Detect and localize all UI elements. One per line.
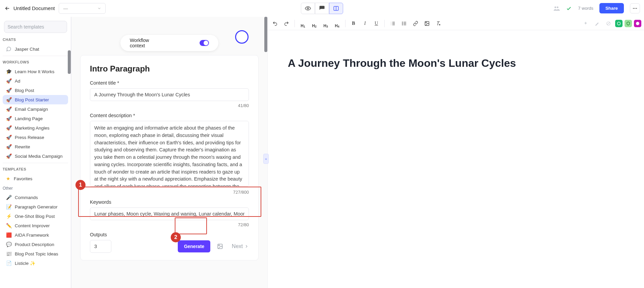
chat-mode-button[interactable]: [315, 3, 329, 14]
content-desc-input[interactable]: [90, 121, 249, 187]
content-title-input[interactable]: [90, 88, 249, 101]
unordered-list-button[interactable]: [399, 19, 409, 28]
h1-button[interactable]: H1: [298, 19, 308, 28]
jasper-chat-item[interactable]: Jasper Chat: [3, 44, 68, 54]
bold-button[interactable]: B: [349, 19, 358, 28]
sidebar-item-label: Product Description: [15, 242, 54, 247]
image-button[interactable]: [422, 19, 432, 28]
seo-chip[interactable]: [634, 20, 641, 27]
rephrase-icon-button[interactable]: [215, 241, 225, 251]
sidebar-item-ad[interactable]: 🚀Ad: [3, 76, 68, 86]
sidebar-scrollbar-thumb[interactable]: [68, 50, 71, 74]
eye-icon: [305, 5, 311, 11]
sidebar-item-blogpost-starter[interactable]: 🚀Blog Post Starter: [3, 95, 68, 104]
h4-button[interactable]: H4: [332, 19, 342, 28]
sidebar-item-favorites[interactable]: ★Favorites: [3, 174, 68, 183]
keywords-input[interactable]: [90, 207, 249, 220]
rocket-icon: 🚀: [6, 116, 11, 121]
document-heading: A Journey Through the Moon's Lunar Cycle…: [288, 57, 624, 69]
templates-section-label: TEMPLATES: [3, 167, 68, 171]
sidebar-item-social[interactable]: 🚀Social Media Campaign: [3, 151, 68, 161]
grammarly-chip[interactable]: [615, 20, 623, 27]
back-icon[interactable]: [4, 5, 11, 12]
sidebar-item-commands[interactable]: 🎤Commands: [3, 193, 68, 202]
panel-collapse-handle[interactable]: «: [263, 154, 269, 164]
search-placeholder: Search templates: [8, 24, 44, 30]
svg-point-24: [636, 22, 639, 25]
panel-scrollbar-thumb[interactable]: [264, 17, 267, 52]
sidebar-item-improver[interactable]: ✏️Content Improver: [3, 221, 68, 230]
svg-point-4: [557, 6, 558, 8]
clear-format-button[interactable]: [434, 19, 443, 28]
sidebar-item-oneshot[interactable]: ⚡One-Shot Blog Post: [3, 211, 68, 221]
preview-mode-button[interactable]: [301, 3, 315, 14]
svg-point-3: [555, 6, 556, 8]
sparkle-icon: [583, 21, 588, 26]
ai-tool-2[interactable]: [592, 19, 602, 28]
sidebar-item-paragraph-gen[interactable]: 📝Paragraph Generator: [3, 202, 68, 211]
ordered-list-button[interactable]: [388, 19, 397, 28]
sidebar-item-topic-ideas[interactable]: 📰Blog Post Topic Ideas: [3, 249, 68, 258]
split-mode-button[interactable]: [329, 3, 343, 14]
language-select[interactable]: —: [59, 3, 106, 14]
share-button[interactable]: Share: [599, 3, 624, 13]
svg-point-5: [633, 8, 634, 9]
sidebar-item-email[interactable]: 🚀Email Campaign: [3, 104, 68, 114]
sidebar-item-label: Blog Post Starter: [15, 97, 49, 102]
sidebar-item-label: Learn How It Works: [15, 69, 54, 74]
step-avatar: [235, 30, 249, 44]
sidebar-item-landing[interactable]: 🚀Landing Page: [3, 114, 68, 123]
ai-tool-1[interactable]: [581, 19, 590, 28]
sidebar-item-label: Social Media Campaign: [15, 154, 63, 159]
check-icon: [617, 21, 621, 26]
h2-button[interactable]: H2: [310, 19, 319, 28]
sidebar-item-marketing[interactable]: 🚀Marketing Angles: [3, 123, 68, 133]
sidebar-item-label: Listicle ✨: [15, 260, 36, 266]
sidebar-item-blogpost[interactable]: 🚀Blog Post: [3, 86, 68, 95]
rocket-icon: 🚀: [6, 135, 11, 140]
sidebar-item-product-desc[interactable]: 💬Product Description: [3, 240, 68, 249]
outputs-input[interactable]: [90, 240, 111, 253]
sidebar-item-label: Jasper Chat: [15, 47, 39, 52]
rocket-icon: 🚀: [6, 153, 11, 159]
redo-button[interactable]: [282, 19, 291, 28]
link-icon: [413, 21, 418, 26]
wand-icon: [595, 21, 599, 26]
underline-button[interactable]: U: [372, 19, 381, 28]
sidebar-item-aida[interactable]: 🟥AIDA Framework: [3, 230, 68, 240]
document-canvas[interactable]: A Journey Through the Moon's Lunar Cycle…: [268, 30, 644, 288]
sidebar-item-rewrite[interactable]: 🚀Rewrite: [3, 142, 68, 151]
more-menu-button[interactable]: [630, 3, 640, 13]
sidebar-item-label: Marketing Angles: [15, 126, 50, 131]
editor-toolbar: H1 H2 H3 H4 B I U: [268, 17, 644, 30]
italic-button[interactable]: I: [360, 19, 370, 28]
sidebar-item-press[interactable]: 🚀Press Release: [3, 133, 68, 142]
undo-button[interactable]: [270, 19, 280, 28]
sidebar-item-label: Content Improver: [15, 223, 50, 228]
plagiarism-chip[interactable]: [625, 20, 632, 27]
ol-icon: [390, 21, 395, 26]
link-button[interactable]: [411, 19, 420, 28]
sidebar-item-label: Landing Page: [15, 116, 43, 121]
generate-button[interactable]: Generate: [178, 240, 210, 252]
sidebar-item-label: Paragraph Generator: [15, 204, 58, 209]
redo-icon: [284, 21, 289, 26]
workflow-context-toggle[interactable]: [200, 40, 209, 46]
h3-button[interactable]: H3: [321, 19, 330, 28]
saved-check-icon: [566, 5, 572, 11]
content-title-label: Content title *: [90, 80, 249, 86]
document-title[interactable]: Untitled Document: [13, 5, 55, 11]
sidebar-item-label: Blog Post: [15, 88, 34, 93]
ai-tool-3[interactable]: [604, 19, 613, 28]
sidebar-item-label: Press Release: [15, 135, 44, 140]
sidebar-item-learn[interactable]: 🎓Learn How It Works: [3, 67, 68, 76]
collaborators-icon[interactable]: [553, 5, 560, 12]
sidebar-item-listicle[interactable]: 📄Listicle ✨: [3, 258, 68, 268]
keywords-label: Keywords: [90, 199, 249, 205]
sidebar-item-label: AIDA Framework: [15, 233, 49, 238]
svg-line-22: [607, 22, 610, 25]
content-desc-label: Content description *: [90, 113, 249, 118]
search-templates-input[interactable]: Search templates: [4, 21, 67, 33]
next-button[interactable]: Next: [232, 243, 249, 249]
other-section-label: Other: [3, 186, 68, 191]
